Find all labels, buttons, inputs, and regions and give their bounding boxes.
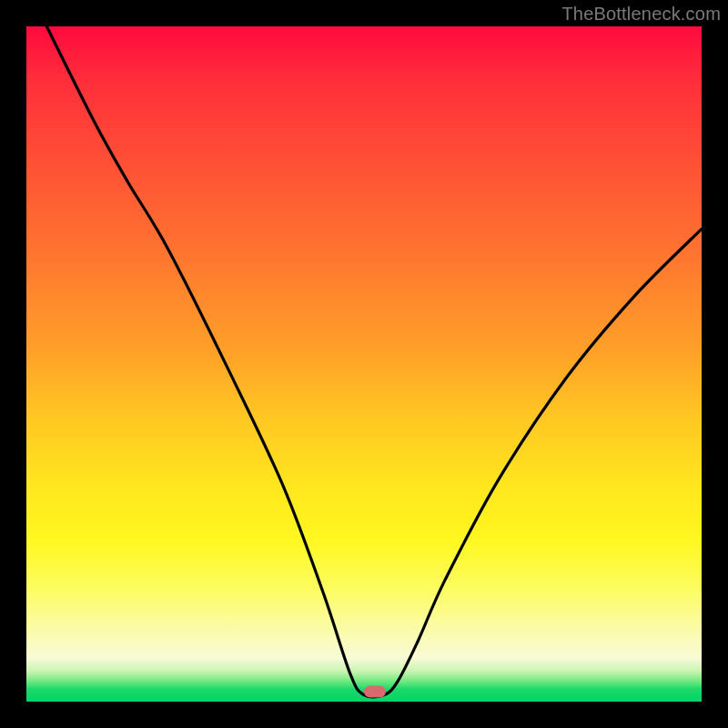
watermark-text: TheBottleneck.com	[561, 4, 721, 25]
chart-frame: TheBottleneck.com	[0, 0, 728, 728]
bottleneck-curve	[26, 26, 702, 702]
plot-area	[26, 26, 702, 702]
optimal-point-marker	[364, 685, 386, 697]
